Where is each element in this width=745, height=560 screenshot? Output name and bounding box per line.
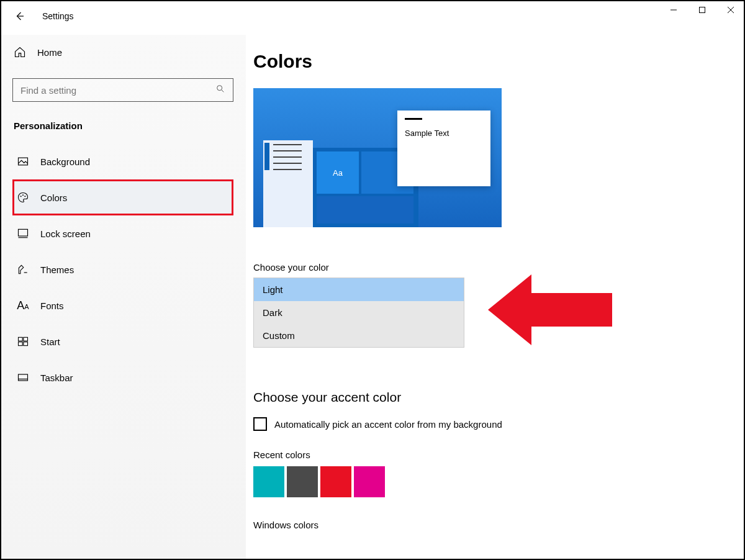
search-box[interactable] <box>12 78 233 102</box>
sidebar-item-label: Start <box>40 336 60 347</box>
home-icon <box>14 46 26 58</box>
titlebar: Settings <box>12 9 74 24</box>
themes-icon <box>17 263 29 276</box>
sidebar-item-lock-screen[interactable]: Lock screen <box>12 215 233 251</box>
back-button[interactable] <box>12 9 27 24</box>
svg-rect-7 <box>19 158 28 165</box>
sidebar-item-start[interactable]: Start <box>12 323 233 359</box>
app-title: Settings <box>42 11 74 21</box>
recent-colors-label: Recent colors <box>253 449 730 460</box>
sidebar-category: Personalization <box>12 102 233 143</box>
svg-rect-11 <box>19 229 28 236</box>
color-option-dark[interactable]: Dark <box>254 301 464 324</box>
theme-preview: Aa Sample Text <box>253 88 502 227</box>
windows-colors-label: Windows colors <box>253 520 730 530</box>
sidebar-item-label: Colors <box>40 192 67 203</box>
fonts-icon: AA <box>17 299 29 312</box>
recent-color-swatch[interactable] <box>354 466 385 497</box>
annotation-arrow-icon <box>488 269 612 350</box>
sidebar-item-label: Background <box>40 156 90 167</box>
preview-sample-window: Sample Text <box>397 111 490 186</box>
color-option-light[interactable]: Light <box>254 278 464 301</box>
picture-icon <box>17 155 29 168</box>
svg-point-10 <box>24 196 25 197</box>
svg-rect-17 <box>24 342 28 346</box>
sidebar-item-fonts[interactable]: AA Fonts <box>12 287 233 323</box>
recent-color-swatch[interactable] <box>320 466 351 497</box>
palette-icon <box>17 191 29 204</box>
transparency-toggle-peek: On <box>253 353 266 364</box>
lock-screen-icon <box>17 227 29 240</box>
sidebar-item-background[interactable]: Background <box>12 143 233 179</box>
auto-accent-label: Automatically pick an accent color from … <box>274 419 502 430</box>
preview-sample-text: Sample Text <box>405 129 483 138</box>
sidebar-item-label: Taskbar <box>40 373 73 383</box>
sidebar-item-label: Lock screen <box>40 228 91 239</box>
sidebar-item-themes[interactable]: Themes <box>12 251 233 287</box>
choose-color-dropdown[interactable]: Light Dark Custom <box>253 278 464 348</box>
start-icon <box>17 335 29 348</box>
close-button[interactable] <box>716 0 745 20</box>
recent-color-swatch[interactable] <box>287 466 318 497</box>
svg-point-9 <box>22 194 24 196</box>
taskbar-icon <box>17 371 29 384</box>
svg-rect-14 <box>19 337 23 341</box>
svg-rect-16 <box>19 342 23 346</box>
window-controls <box>659 0 745 20</box>
preview-window-bar <box>405 118 422 120</box>
search-input[interactable] <box>20 85 205 96</box>
preview-tile <box>317 196 413 224</box>
accent-color-header: Choose your accent color <box>253 390 730 405</box>
sidebar-item-colors[interactable]: Colors <box>12 179 233 215</box>
sidebar-item-label: Fonts <box>40 300 64 311</box>
recent-color-swatch[interactable] <box>253 466 284 497</box>
sidebar-item-taskbar[interactable]: Taskbar <box>12 359 233 395</box>
sidebar: Home Personalization Background Colors L… <box>0 35 246 560</box>
recent-colors <box>253 466 730 497</box>
preview-tile-aa: Aa <box>317 151 359 194</box>
sidebar-item-label: Themes <box>40 264 74 275</box>
auto-accent-checkbox[interactable]: Automatically pick an accent color from … <box>253 417 730 431</box>
svg-point-8 <box>20 196 22 197</box>
page-title: Colors <box>253 51 730 72</box>
svg-rect-15 <box>24 337 28 341</box>
svg-rect-1 <box>700 7 705 13</box>
sidebar-home-label: Home <box>37 47 62 58</box>
checkbox-icon <box>253 417 267 431</box>
sidebar-home[interactable]: Home <box>12 35 233 78</box>
minimize-button[interactable] <box>659 0 688 20</box>
svg-line-6 <box>222 90 224 92</box>
svg-point-5 <box>217 86 222 91</box>
svg-marker-20 <box>488 274 612 345</box>
color-option-custom[interactable]: Custom <box>254 324 464 347</box>
preview-menu-lines <box>273 144 302 170</box>
search-icon <box>215 84 225 96</box>
maximize-button[interactable] <box>688 0 716 20</box>
svg-rect-18 <box>19 374 28 381</box>
